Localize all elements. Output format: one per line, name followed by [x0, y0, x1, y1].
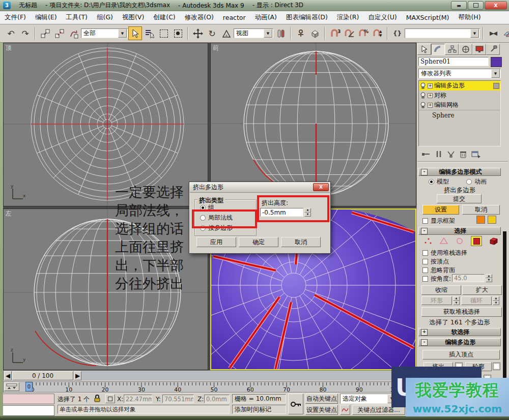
grow-button[interactable]: 扩大 — [462, 285, 502, 295]
menu-item-maxscript[interactable]: MAXScript(M) — [402, 14, 454, 21]
use-stack-selection-checkbox[interactable]: 使用堆栈选择 — [422, 249, 467, 257]
loop-button[interactable]: 循环 — [461, 296, 492, 305]
menu-item-animation[interactable]: 动画(A) — [250, 13, 281, 22]
spinner-snap-icon[interactable]: ▲▼ — [371, 26, 384, 40]
menu-item-create[interactable]: 创建(C) — [149, 13, 180, 22]
stack-item-symmetry[interactable]: + 对称 — [419, 91, 500, 100]
ignore-backfacing-checkbox[interactable]: 忽略背面 — [422, 266, 455, 275]
timeline-marker[interactable]: 0 — [25, 382, 33, 392]
lightbulb-icon[interactable] — [420, 102, 426, 109]
by-vertex-checkbox[interactable]: 按顶点 — [422, 257, 449, 266]
show-end-result-icon[interactable] — [435, 151, 442, 158]
tab-hierarchy[interactable] — [445, 44, 459, 55]
dialog-titlebar[interactable]: 挤出多边形 — [190, 183, 330, 193]
select-link-icon[interactable] — [38, 26, 52, 40]
select-by-name-icon[interactable] — [143, 26, 156, 40]
viewport-top-label[interactable]: 顶 — [6, 44, 12, 52]
move-tool[interactable] — [191, 26, 205, 40]
pin-stack-icon[interactable] — [421, 151, 431, 158]
tab-utilities[interactable] — [486, 44, 500, 55]
commit-button[interactable]: 提交 — [437, 194, 482, 203]
stack-item-edit-poly[interactable]: + 编辑多边形 — [419, 81, 500, 91]
angle-value-field[interactable]: 45.0 — [452, 274, 485, 282]
radio-model[interactable]: 模型 — [429, 177, 449, 186]
tab-modify[interactable] — [431, 44, 445, 55]
undo-icon[interactable]: ↶ — [4, 26, 18, 40]
menu-item-tools[interactable]: 工具(T) — [62, 13, 92, 22]
rollout-selection[interactable]: -选择 — [418, 227, 501, 235]
key-target-dropdown[interactable]: 选定对象 ▼ — [340, 394, 397, 404]
object-name-field[interactable]: Sphere01 — [418, 57, 489, 66]
x-coordinate-field[interactable]: 22.47mm — [124, 395, 152, 403]
apply-button[interactable]: 应用 — [196, 237, 236, 247]
coordsys-combo[interactable]: 视图 ▼ — [234, 28, 273, 38]
keyframe-toggle-button[interactable] — [288, 394, 303, 414]
remove-modifier-icon[interactable] — [460, 151, 467, 158]
mode-cancel-button[interactable]: 取消 — [462, 205, 500, 215]
top-viewport-wireframe[interactable] — [4, 43, 208, 206]
expand-plus-icon[interactable]: + — [428, 103, 433, 108]
radio-animate[interactable]: 动画 — [466, 177, 487, 186]
lightbulb-icon[interactable] — [420, 92, 426, 99]
maxscript-listener-pink[interactable] — [2, 394, 54, 404]
stack-item-edit-mesh[interactable]: + 编辑网格 — [419, 100, 500, 110]
rollout-soft-selection[interactable]: +软选择 — [418, 328, 501, 336]
rollout-edit-polygons[interactable]: -编辑多边形 — [418, 338, 501, 346]
tab-motion[interactable] — [459, 44, 472, 55]
modifier-settings-icon[interactable] — [493, 83, 499, 89]
menu-item-customize[interactable]: 自定义(U) — [363, 13, 401, 22]
shrink-button[interactable]: 收缩 — [421, 285, 461, 295]
viewport-left-label[interactable]: 左 — [6, 209, 12, 218]
collapse-icon[interactable]: - — [421, 339, 428, 346]
selection-lock-icon[interactable] — [94, 394, 101, 403]
time-slider-handle[interactable]: 0 / 100 — [12, 371, 73, 380]
menu-item-graph-editors[interactable]: 图表编辑器(D) — [281, 13, 332, 22]
menu-item-rendering[interactable]: 渲染(R) — [332, 13, 363, 22]
rect-region-icon[interactable] — [157, 26, 171, 40]
percent-snap-icon[interactable]: % — [356, 26, 370, 40]
set-key-button[interactable]: 设置关键点 — [305, 405, 338, 415]
ring-button[interactable]: 环形 — [421, 296, 452, 305]
close-button[interactable]: X — [485, 1, 507, 10]
menu-item-edit[interactable]: 编辑(E) — [31, 13, 62, 22]
ok-button[interactable]: 确定 — [239, 237, 278, 247]
modifier-list-dropdown[interactable]: 修改器列表 ▼ — [418, 69, 501, 78]
key-filter-curve-icon[interactable] — [340, 405, 350, 415]
add-time-tag[interactable]: 添加时间标记 — [232, 405, 286, 414]
menu-item-file[interactable]: 文件(F) — [0, 13, 31, 22]
collapse-icon[interactable]: - — [421, 169, 428, 175]
window-titlebar[interactable]: 3 无标题 - 项目文件夹: D:\用户目录\我的文档\3dsmax - Aut… — [0, 0, 509, 11]
outline-settings-box[interactable] — [493, 363, 500, 370]
use-pivot-center-icon[interactable] — [274, 26, 288, 40]
named-selection-combo[interactable]: ▼ — [405, 28, 480, 38]
auto-key-button[interactable]: 自动关键点 — [305, 394, 338, 404]
next-frame-button[interactable]: ▶ — [74, 371, 81, 380]
element-subobject-icon[interactable] — [489, 237, 499, 246]
panel-scrollbar[interactable] — [503, 231, 506, 386]
border-subobject-icon[interactable] — [455, 237, 464, 245]
menu-item-views[interactable]: 视图(V) — [118, 13, 149, 22]
lightbulb-icon[interactable] — [420, 82, 426, 89]
by-angle-checkbox[interactable]: 按角度: — [422, 275, 451, 283]
show-cage-checkbox[interactable]: 显示框架 — [422, 217, 455, 225]
menu-item-modifiers[interactable]: 修改器(O) — [180, 13, 218, 22]
scale-tool[interactable] — [219, 26, 233, 40]
rollout-edit-poly-mode[interactable]: -编辑多边形模式 — [418, 168, 501, 176]
insert-vertex-button[interactable]: 插入顶点 — [422, 350, 500, 359]
maximize-button[interactable] — [468, 1, 484, 10]
settings-button[interactable]: 设置 — [422, 205, 459, 215]
select-manipulate-icon[interactable] — [294, 26, 307, 40]
collapse-icon[interactable]: - — [421, 228, 428, 234]
edge-subobject-icon[interactable] — [439, 237, 448, 245]
menu-item-group[interactable]: 组(G) — [92, 13, 118, 22]
make-unique-icon[interactable] — [447, 151, 455, 158]
bind-spacewarp-icon[interactable] — [67, 26, 80, 40]
rotate-tool[interactable]: ↻ — [205, 26, 219, 40]
select-object-tool[interactable] — [128, 26, 142, 40]
layers-box-icon[interactable] — [308, 26, 322, 40]
expand-plus-icon[interactable]: + — [428, 83, 433, 88]
expand-icon[interactable]: + — [421, 329, 428, 336]
unlink-icon[interactable] — [52, 26, 66, 40]
track-bar[interactable]: 0102030405060708090100 — [3, 381, 416, 393]
cancel-button[interactable]: 取消 — [281, 237, 321, 247]
